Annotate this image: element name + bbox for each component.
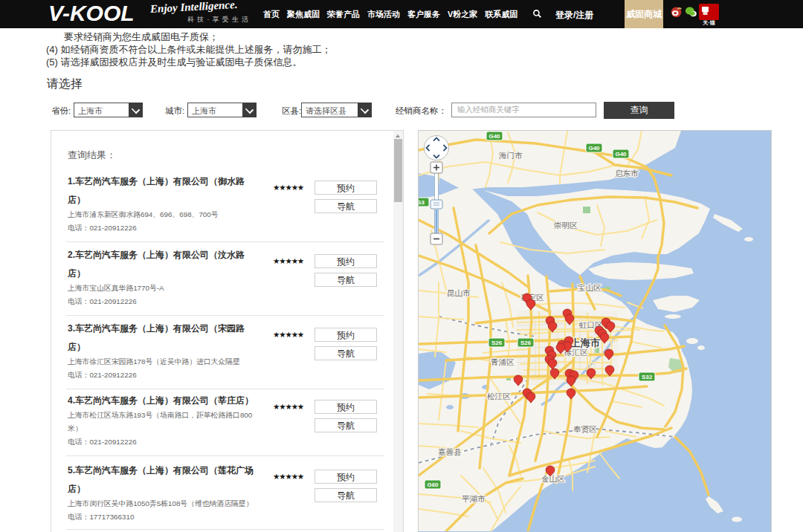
svg-text:平湖市: 平湖市 — [462, 494, 486, 503]
svg-text:天·猫: 天·猫 — [702, 20, 715, 25]
svg-text:G60: G60 — [427, 481, 439, 488]
svg-text:青浦区: 青浦区 — [491, 357, 515, 366]
svg-text:昆山市: 昆山市 — [447, 288, 471, 297]
svg-text:S26: S26 — [491, 340, 503, 346]
svg-text:宝山区: 宝山区 — [578, 283, 602, 292]
svg-text:上海市: 上海市 — [570, 337, 601, 348]
svg-text:G40: G40 — [615, 151, 627, 158]
svg-text:金山区: 金山区 — [541, 474, 565, 483]
svg-text:S3: S3 — [419, 199, 425, 206]
svg-text:S26: S26 — [520, 340, 532, 346]
svg-text:海门市: 海门市 — [499, 151, 523, 160]
svg-text:松江区: 松江区 — [487, 392, 511, 400]
svg-text:启东市: 启东市 — [615, 169, 639, 178]
svg-text:奉贤区: 奉贤区 — [573, 424, 597, 433]
svg-text:G40: G40 — [488, 133, 500, 140]
svg-text:崇明区: 崇明区 — [554, 221, 578, 230]
svg-text:S32: S32 — [642, 374, 653, 380]
svg-text:嘉善县: 嘉善县 — [438, 447, 462, 456]
svg-text:G40: G40 — [588, 145, 600, 152]
